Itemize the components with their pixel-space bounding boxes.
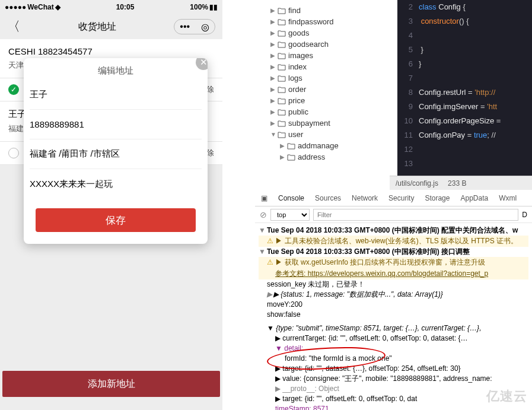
code-line: 9Config.imgServer = 'htt (397, 100, 532, 114)
tree-item-goodsearch[interactable]: ▶goodsearch (257, 39, 395, 50)
tree-item-addmanage[interactable]: ▶addmanage (257, 140, 395, 151)
code-line: 7 (397, 71, 532, 85)
capsule[interactable]: ••• ◎ (174, 19, 215, 34)
signal-dots: ●●●●● (5, 3, 26, 11)
region-field[interactable] (30, 139, 202, 169)
tree-item-public[interactable]: ▶public (257, 106, 395, 117)
log-proto[interactable]: ▶ __proto__: Object (259, 384, 528, 394)
devtools-tabs: ▣ ConsoleSourcesNetworkSecurityStorageAp… (255, 190, 532, 206)
status-bar: ●●●●● WeChat ◆ 10:05 100% ▮▮ (0, 0, 222, 14)
ide-pane: ▶find▶findpassword▶goods▶goodsearch▶imag… (255, 0, 532, 176)
filter-input[interactable] (313, 209, 518, 221)
console-log[interactable]: ▼Tue Sep 04 2018 10:03:33 GMT+0800 (中国标准… (255, 223, 532, 410)
tree-item-index[interactable]: ▶index (257, 61, 395, 72)
log-object[interactable]: ▼ detail: (259, 344, 528, 354)
detail-field[interactable] (30, 169, 202, 199)
log-line: session_key 未过期，已登录！ (259, 279, 528, 290)
clear-icon[interactable]: ⊘ (260, 210, 267, 220)
carrier: WeChat (27, 3, 53, 11)
tab-console[interactable]: Console (278, 194, 304, 202)
modal-title: 编辑地址 (24, 58, 208, 80)
code-line: 5 } (397, 43, 532, 57)
code-line: 12 (397, 142, 532, 157)
log-object[interactable]: ▶ target: {id: "", offsetLeft: 0, offset… (259, 394, 528, 404)
log-line: Tue Sep 04 2018 10:03:33 GMT+0800 (中国标准时… (267, 247, 470, 256)
log-formid: formId: "the formId is a mock one" (259, 354, 528, 364)
radio-selected-icon[interactable]: ✓ (8, 84, 19, 95)
back-icon[interactable]: 〈 (7, 18, 20, 36)
battery-icon: ▮▮ (209, 3, 218, 11)
status-time: 10:05 (116, 3, 135, 11)
code-line: 3 constructor() { (397, 14, 532, 28)
code-line: 4 (397, 28, 532, 43)
devtools-filter-bar: ⊘ top D (255, 206, 532, 223)
save-button[interactable]: 保存 (36, 208, 196, 232)
tree-item-images[interactable]: ▶images (257, 50, 395, 61)
path-bar: /utils/config.js 233 B (390, 176, 532, 190)
log-warn: ▶ 工具未校验合法域名、web-view(业务域名)、TLS 版本以及 HTTP… (275, 237, 518, 245)
page-title: 收货地址 (20, 21, 174, 33)
default-levels[interactable]: D (522, 211, 527, 219)
log-line: timeStamp: 8571 (259, 404, 528, 410)
file-tree[interactable]: ▶find▶findpassword▶goods▶goodsearch▶imag… (255, 0, 397, 176)
tree-item-user[interactable]: ▼user (257, 129, 395, 140)
radio-unselected-icon[interactable] (8, 148, 19, 158)
log-object[interactable]: ▶ currentTarget: {id: "", offsetLeft: 0,… (259, 333, 528, 344)
tab-sources[interactable]: Sources (315, 194, 341, 202)
add-address-button[interactable]: 添加新地址 (2, 371, 220, 397)
tree-item-address[interactable]: ▶address (257, 151, 395, 163)
name-field[interactable] (30, 80, 202, 110)
file-path: /utils/config.js (396, 179, 438, 187)
tree-item-order[interactable]: ▶order (257, 84, 395, 95)
nav-bar: 〈 收货地址 ••• ◎ (0, 14, 222, 39)
log-object[interactable]: ▶ target: {id: "", dataset: {…}, offsetT… (259, 364, 528, 374)
code-line: 2class Config { (397, 0, 532, 14)
devtools-panel: ▣ ConsoleSourcesNetworkSecurityStorageAp… (255, 190, 532, 410)
battery-percent: 100% (190, 3, 208, 11)
tree-item-price[interactable]: ▶price (257, 95, 395, 106)
log-object[interactable]: ▶▶ {status: 1, message: "数据加载中...", data… (259, 290, 528, 300)
tree-item-subpayment[interactable]: ▶subpayment (257, 117, 395, 129)
code-line: 11Config.onPay = true; // (397, 128, 532, 142)
tree-item-logs[interactable]: ▶logs (257, 72, 395, 84)
code-line: 8Config.restUrl = 'http:// (397, 85, 532, 100)
tree-item-findpassword[interactable]: ▶findpassword (257, 16, 395, 27)
edit-address-modal: ✕ 编辑地址 保存 (24, 58, 208, 244)
tab-storage[interactable]: Storage (425, 194, 450, 202)
phone-field[interactable] (30, 110, 202, 139)
code-line: 6} (397, 57, 532, 71)
tree-item-find[interactable]: ▶find (257, 5, 395, 16)
log-object[interactable]: ▶ value: {consignee: "王子", mobile: "1889… (259, 374, 528, 384)
file-size: 233 B (448, 179, 466, 187)
tree-item-goods[interactable]: ▶goods (257, 27, 395, 39)
phone-simulator: ●●●●● WeChat ◆ 10:05 100% ▮▮ 〈 收货地址 ••• … (0, 0, 222, 410)
log-warn: ▶ 获取 wx.getUserInfo 接口后续将不再出现授权弹窗，请注意升级 (275, 258, 485, 266)
more-icon[interactable]: ••• (180, 21, 190, 32)
wifi-icon: ◆ (55, 3, 60, 11)
context-select[interactable]: top (270, 209, 310, 221)
log-line: moveY:200 (259, 300, 528, 310)
log-line: Tue Sep 04 2018 10:03:33 GMT+0800 (中国标准时… (267, 226, 518, 234)
log-object[interactable]: ▼ {type: "submit", timeStamp: 8571, targ… (259, 323, 528, 333)
log-line: show:false (259, 310, 528, 320)
tab-appdata[interactable]: AppData (460, 194, 488, 202)
target-icon[interactable]: ◎ (201, 21, 209, 33)
code-line: 13 (397, 157, 532, 171)
code-line: 10Config.orderPageSize = (397, 114, 532, 128)
address-title: CESHI 18823454577 (8, 46, 214, 56)
inspect-icon[interactable]: ▣ (261, 194, 267, 202)
log-warn-link[interactable]: 参考文档: https://developers.weixin.qq.com/b… (275, 269, 488, 278)
tab-network[interactable]: Network (352, 194, 378, 202)
code-editor[interactable]: 2class Config {3 constructor() {45 }6}78… (397, 0, 532, 176)
tab-wxml[interactable]: Wxml (499, 194, 517, 202)
tab-security[interactable]: Security (388, 194, 414, 202)
